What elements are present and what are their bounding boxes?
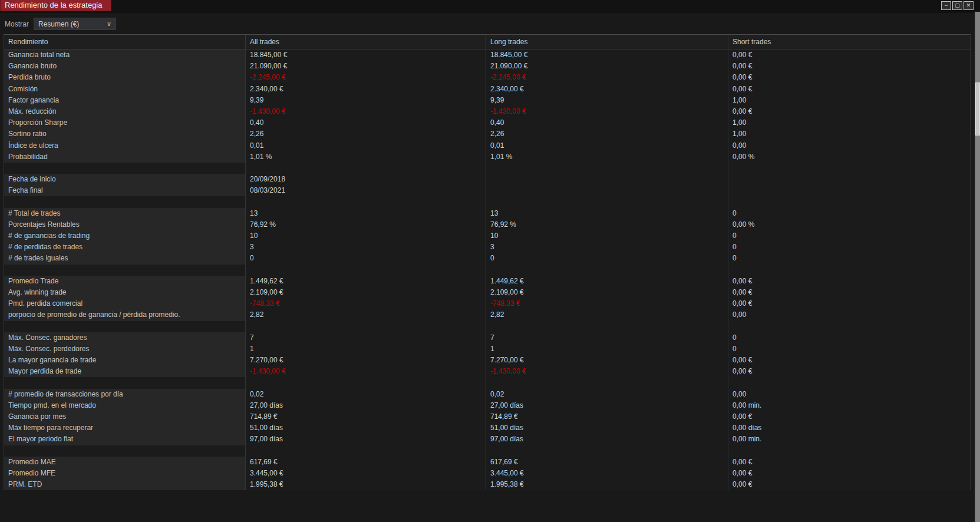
table-row: Máx tiempo para recuperar51,00 días51,00… bbox=[4, 422, 971, 434]
row-value: 2,26 bbox=[246, 128, 486, 140]
row-value: 0 bbox=[728, 343, 971, 355]
row-value: 0,00 € bbox=[728, 72, 971, 83]
minimize-button[interactable]: – bbox=[941, 1, 951, 10]
close-button[interactable]: ✕ bbox=[963, 1, 974, 10]
row-value: 0,00 % bbox=[728, 219, 971, 230]
row-value bbox=[246, 196, 486, 207]
row-label bbox=[4, 265, 246, 276]
row-value: 0,00 bbox=[728, 389, 971, 400]
row-value bbox=[486, 185, 728, 196]
row-value: 714,89 € bbox=[246, 411, 486, 422]
row-label: Máx. Consec. ganadores bbox=[4, 332, 246, 343]
table-row: Mayor perdida de trade-1.430,00 €-1.430,… bbox=[4, 366, 971, 377]
performance-table-body: Ganancia total neta18.845,00 €18.845,00 … bbox=[4, 49, 971, 490]
title-bar: Rendimiento de la estrategia – ▢ ✕ bbox=[0, 0, 980, 13]
table-row: Promedio MAE617,69 €617,69 €0,00 € bbox=[4, 457, 971, 468]
row-label bbox=[4, 377, 246, 388]
row-value bbox=[728, 321, 971, 332]
table-row: # de perdidas de trades330 bbox=[4, 242, 971, 253]
table-row: Pmd. perdida comercial-748,33 €-748,33 €… bbox=[4, 298, 971, 309]
window-controls: – ▢ ✕ bbox=[941, 1, 974, 10]
row-value: 617,69 € bbox=[246, 457, 486, 468]
row-value: 1,01 % bbox=[246, 151, 486, 163]
row-value: 3.445,00 € bbox=[246, 468, 486, 479]
row-value bbox=[486, 196, 728, 207]
row-label: # de perdidas de trades bbox=[4, 242, 246, 253]
row-value bbox=[728, 174, 971, 185]
row-label: El mayor periodo flat bbox=[4, 434, 246, 445]
chevron-down-icon: ∨ bbox=[107, 20, 111, 28]
row-value bbox=[728, 163, 971, 174]
row-value: 0,01 bbox=[246, 140, 486, 151]
row-value: 3.445,00 € bbox=[486, 468, 728, 479]
row-label: Tiempo pmd. en el mercado bbox=[4, 400, 246, 411]
row-value: 0 bbox=[728, 242, 971, 253]
row-value: 0,00 min. bbox=[728, 400, 971, 411]
row-value: 2.340,00 € bbox=[486, 84, 728, 95]
row-label: # de trades iguales bbox=[4, 253, 246, 264]
row-label: Pmd. perdida comercial bbox=[4, 298, 246, 309]
row-value: 0,00 € bbox=[728, 298, 971, 309]
row-value: 0,00 € bbox=[728, 457, 971, 468]
table-row: # de trades iguales000 bbox=[4, 253, 971, 264]
row-value: 7 bbox=[486, 332, 728, 343]
row-value: 0,00 min. bbox=[728, 434, 971, 445]
scrollbar-thumb[interactable] bbox=[975, 82, 980, 136]
column-header-long-trades[interactable]: Long trades bbox=[486, 35, 728, 49]
row-label: La mayor ganancia de trade bbox=[4, 355, 246, 366]
view-select-dropdown[interactable]: Resumen (€) ∨ bbox=[34, 18, 116, 30]
table-row: La mayor ganancia de trade7.270,00 €7.27… bbox=[4, 355, 971, 366]
row-value: 7.270,00 € bbox=[246, 355, 486, 366]
row-value: 0 bbox=[728, 253, 971, 264]
row-value: -2.245,00 € bbox=[486, 72, 728, 83]
row-label: Máx. reducción bbox=[4, 106, 246, 117]
table-separator-row bbox=[4, 321, 971, 332]
row-label bbox=[4, 321, 246, 332]
table-row: Fecha final08/03/2021 bbox=[4, 185, 971, 196]
table-row: # de ganancias de trading10100 bbox=[4, 230, 971, 242]
row-value: 1.449,62 € bbox=[486, 276, 728, 287]
table-row: Máx. Consec. ganadores770 bbox=[4, 332, 971, 343]
table-row: Avg. winning trade2.109,00 €2.109,00 €0,… bbox=[4, 287, 971, 298]
table-row: Promedio MFE3.445,00 €3.445,00 €0,00 € bbox=[4, 468, 971, 479]
row-value bbox=[728, 377, 971, 388]
row-value: 0,00 € bbox=[728, 276, 971, 287]
row-value: 0,00 € bbox=[728, 106, 971, 117]
row-value: 714,89 € bbox=[486, 411, 728, 422]
row-value: 20/09/2018 bbox=[246, 174, 486, 185]
row-value bbox=[486, 321, 728, 332]
row-value: 3 bbox=[246, 242, 486, 253]
table-row: Índice de ulcera0,010,010,00 bbox=[4, 140, 971, 151]
row-label: Fecha de inicio bbox=[4, 174, 246, 185]
table-separator-row bbox=[4, 196, 971, 207]
row-value: 10 bbox=[486, 230, 728, 242]
column-header-all-trades[interactable]: All trades bbox=[246, 35, 486, 49]
row-value: 0,00 bbox=[728, 140, 971, 151]
table-row: # Total de trades13130 bbox=[4, 208, 971, 219]
column-header-rendimiento[interactable]: Rendimiento bbox=[4, 35, 246, 49]
row-value: 2.109,00 € bbox=[246, 287, 486, 298]
table-row: Ganancia bruto21.090,00 €21.090,00 €0,00… bbox=[4, 61, 971, 72]
row-label: porpocio de promedio de ganancia / pérdi… bbox=[4, 309, 246, 321]
row-value: 0,02 bbox=[486, 389, 728, 400]
row-value: 2.109,00 € bbox=[486, 287, 728, 298]
row-label: # de ganancias de trading bbox=[4, 230, 246, 242]
table-row: Factor ganancia9,399,391,00 bbox=[4, 95, 971, 106]
row-value: 13 bbox=[486, 208, 728, 219]
row-value: 0,01 bbox=[486, 140, 728, 151]
row-value: 7.270,00 € bbox=[486, 355, 728, 366]
table-separator-row bbox=[4, 377, 971, 388]
row-value bbox=[728, 265, 971, 276]
row-value: 0,00 € bbox=[728, 49, 971, 61]
row-value: 1,00 bbox=[728, 128, 971, 140]
row-value: 0 bbox=[246, 253, 486, 264]
table-row: Probabilidad1,01 %1,01 %0,00 % bbox=[4, 151, 971, 163]
row-value: -748,33 € bbox=[246, 298, 486, 309]
row-label: Factor ganancia bbox=[4, 95, 246, 106]
table-row: # promedio de transacciones por día0,020… bbox=[4, 389, 971, 400]
maximize-button[interactable]: ▢ bbox=[952, 1, 962, 10]
row-value: 3 bbox=[486, 242, 728, 253]
vertical-scrollbar[interactable] bbox=[975, 12, 980, 522]
column-header-short-trades[interactable]: Short trades bbox=[728, 35, 971, 49]
row-value: 7 bbox=[246, 332, 486, 343]
